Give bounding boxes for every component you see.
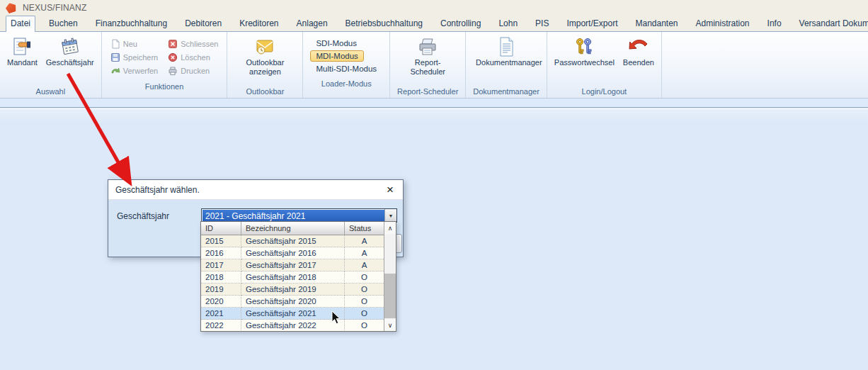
tab-finanzbuchhaltung[interactable]: Finanzbuchhaltung	[91, 16, 171, 31]
fiscal-year-combobox[interactable]: 2021 - Geschäftsjahr 2021 ▼	[201, 208, 397, 223]
tab-anlagen[interactable]: Anlagen	[292, 16, 332, 31]
dokumentmanager-button[interactable]: Dokumentmanager	[473, 35, 539, 69]
mandant-icon	[11, 36, 33, 57]
passwortwechsel-button[interactable]: Passwortwechsel	[552, 35, 617, 69]
tab-import-export[interactable]: Import/Export	[562, 16, 622, 31]
cell-status: A	[345, 247, 384, 259]
group-content-dokumentmanager: Dokumentmanager	[469, 33, 544, 86]
gesch-ftsjahr-button[interactable]: 3Geschäftsjahr	[43, 35, 97, 69]
dialog-title-bar[interactable]: Geschäftsjahr wählen. ×	[108, 180, 403, 200]
mandant-button[interactable]: Mandant	[4, 35, 40, 69]
tab-debitoren[interactable]: Debitoren	[181, 16, 226, 31]
column-header-status: Status	[345, 222, 384, 235]
cell-status: O	[345, 284, 384, 296]
cell-bezeichnung: Geschäftsjahr 2015	[241, 235, 345, 247]
fiscal-year-row-2018[interactable]: 2018Geschäftsjahr 2018O	[201, 271, 384, 284]
status-strip	[0, 99, 868, 108]
cell-status: O	[345, 320, 384, 331]
fiscal-year-row-2022[interactable]: 2022Geschäftsjahr 2022O	[201, 320, 384, 331]
dialog-close-icon[interactable]: ×	[384, 184, 396, 196]
report-scheduler-icon	[417, 36, 438, 57]
ribbon-group-login-logout: PasswortwechselBeendenLogin/Logout	[547, 32, 662, 98]
cell-id: 2017	[201, 259, 241, 271]
dropdown-rows: 2015Geschäftsjahr 2015A2016Geschäftsjahr…	[201, 235, 384, 331]
tab-versandart-dokumente[interactable]: Versandart Dokumente	[795, 16, 868, 31]
tab-betriebsbuchhaltung[interactable]: Betriebsbuchhaltung	[341, 16, 427, 31]
outlookbar-anzeigen-button[interactable]: Outlookbar anzeigen	[232, 35, 298, 77]
l-schen-label: Löschen	[181, 53, 210, 62]
neu-button[interactable]: Neu	[110, 39, 159, 49]
schliessen-label: Schliessen	[181, 40, 218, 48]
group-content-login-logout: PasswortwechselBeenden	[550, 33, 658, 86]
cell-status: O	[345, 296, 384, 308]
app-logo-icon	[4, 1, 18, 14]
cell-status: A	[345, 235, 384, 247]
tab-administration[interactable]: Administration	[692, 16, 754, 31]
calendar-icon: 3	[59, 36, 81, 57]
tab-buchen[interactable]: Buchen	[45, 16, 82, 31]
fiscal-year-row-2017[interactable]: 2017Geschäftsjahr 2017A	[201, 259, 384, 271]
fiscal-year-dropdown-list: ID Bezeichnung Status 2015Geschäftsjahr …	[200, 221, 396, 332]
cell-id: 2016	[201, 247, 241, 259]
tab-bar: DateiBuchenFinanzbuchhaltungDebitorenKre…	[0, 16, 868, 32]
print-icon	[168, 66, 178, 76]
dropdown-table: ID Bezeichnung Status 2015Geschäftsjahr …	[201, 222, 384, 331]
fiscal-year-row-2020[interactable]: 2020Geschäftsjahr 2020O	[201, 296, 384, 308]
scrollbar-thumb[interactable]	[384, 274, 396, 318]
tab-info[interactable]: Info	[763, 16, 786, 31]
drucken-button[interactable]: Drucken	[168, 66, 218, 76]
verwerfen-button[interactable]: Verwerfen	[110, 66, 159, 76]
report-scheduler-label: Report-Scheduler	[397, 58, 458, 76]
group-label-dokumentmanager: Dokumentmanager	[469, 86, 544, 98]
beenden-button[interactable]: Beenden	[620, 35, 657, 69]
cell-id: 2019	[201, 284, 241, 296]
new-page-icon	[110, 39, 120, 49]
speichern-button[interactable]: Speichern	[110, 52, 159, 62]
application-window: NEXUS/FINANZ DateiBuchenFinanzbuchhaltun…	[0, 0, 868, 370]
combobox-dropdown-icon[interactable]: ▼	[384, 209, 396, 222]
verwerfen-label: Verwerfen	[123, 67, 159, 75]
beenden-label: Beenden	[623, 58, 654, 67]
cell-id: 2015	[201, 235, 241, 247]
ribbon-group-auswahl: Mandant3GeschäftsjahrAuswahl	[0, 32, 102, 98]
discard-icon	[110, 66, 120, 76]
fiscal-year-field-label: Geschäftsjahr	[117, 211, 169, 221]
dropdown-scrollbar[interactable]: ∧ ∨	[384, 222, 396, 331]
gesch-ftsjahr-label: Geschäftsjahr	[46, 58, 94, 67]
report-scheduler-button[interactable]: Report-Scheduler	[394, 35, 461, 77]
mdi-modus-button[interactable]: MDI-Modus	[310, 50, 363, 62]
fiscal-year-row-2015[interactable]: 2015Geschäftsjahr 2015A	[201, 235, 384, 247]
tab-pis[interactable]: PIS	[531, 16, 553, 31]
fiscal-year-row-2019[interactable]: 2019Geschäftsjahr 2019O	[201, 284, 384, 296]
group-label-report-scheduler: Report-Scheduler	[393, 86, 462, 98]
cell-bezeichnung: Geschäftsjahr 2016	[241, 247, 345, 259]
close-red-icon	[168, 39, 178, 49]
column-header-id: ID	[201, 222, 241, 235]
tab-kreditoren[interactable]: Kreditoren	[235, 16, 282, 31]
fiscal-year-row-2021[interactable]: 2021Geschäftsjahr 2021O	[201, 308, 384, 320]
mandant-label: Mandant	[7, 58, 38, 67]
cell-status: O	[345, 308, 384, 320]
sdi-modus-button[interactable]: SDI-Modus	[310, 38, 362, 49]
speichern-label: Speichern	[123, 53, 159, 62]
scroll-down-icon[interactable]: ∨	[384, 319, 396, 331]
schliessen-button[interactable]: Schliessen	[168, 39, 218, 49]
keys-icon	[573, 36, 595, 57]
l-schen-button[interactable]: Löschen	[168, 52, 218, 62]
delete-icon	[168, 52, 178, 62]
cell-bezeichnung: Geschäftsjahr 2020	[241, 296, 345, 308]
ribbon-group-loader-modus: SDI-ModusMDI-ModusMulti-SDI-ModusLoader-…	[303, 32, 390, 98]
scrollbar-track[interactable]	[384, 234, 396, 319]
ribbon-group-outlookbar: Outlookbar anzeigenOutlookbar	[227, 32, 303, 98]
drucken-label: Drucken	[181, 67, 210, 75]
cell-id: 2021	[201, 308, 241, 320]
cell-bezeichnung: Geschäftsjahr 2019	[241, 284, 345, 296]
tab-lohn[interactable]: Lohn	[494, 16, 522, 31]
multi-sdi-modus-button[interactable]: Multi-SDI-Modus	[310, 63, 382, 74]
save-icon	[110, 52, 120, 62]
fiscal-year-row-2016[interactable]: 2016Geschäftsjahr 2016A	[201, 247, 384, 259]
tab-datei[interactable]: Datei	[6, 16, 35, 32]
tab-controlling[interactable]: Controlling	[436, 16, 485, 31]
tab-mandanten[interactable]: Mandanten	[631, 16, 682, 31]
scroll-up-icon[interactable]: ∧	[384, 222, 396, 234]
